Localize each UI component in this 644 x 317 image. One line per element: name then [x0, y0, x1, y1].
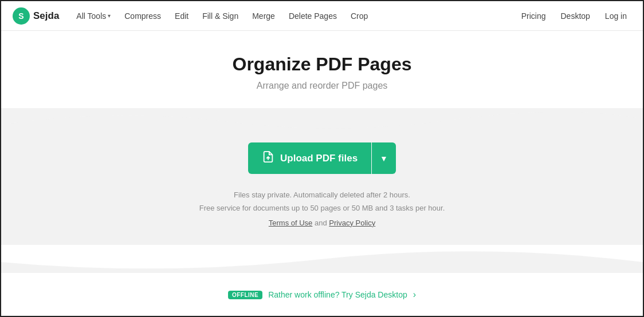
- page-subtitle: Arrange and reorder PDF pages: [13, 81, 631, 91]
- nav-desktop[interactable]: Desktop: [556, 8, 594, 24]
- upload-button-group: Upload PDF files ▼: [248, 142, 396, 174]
- chevron-down-icon: ▾: [108, 13, 111, 19]
- wave-top: [1, 108, 643, 136]
- nav-links: All Tools ▾ Compress Edit Fill & Sign Me…: [70, 8, 516, 24]
- upload-button[interactable]: Upload PDF files: [248, 142, 371, 174]
- page-title: Organize PDF Pages: [13, 54, 631, 75]
- upload-section: Upload PDF files ▼ Files stay private. A…: [1, 108, 643, 273]
- nav-delete-pages[interactable]: Delete Pages: [283, 8, 343, 24]
- nav-pricing[interactable]: Pricing: [517, 8, 551, 24]
- nav-merge[interactable]: Merge: [246, 8, 281, 24]
- chevron-down-icon: ▼: [380, 154, 388, 163]
- nav-compress[interactable]: Compress: [119, 8, 167, 24]
- nav-crop[interactable]: Crop: [345, 8, 374, 24]
- pdf-upload-icon: [262, 150, 274, 166]
- info-links: Terms of Use and Privacy Policy: [13, 219, 631, 227]
- nav-login[interactable]: Log in: [600, 8, 631, 24]
- navbar: S Sejda All Tools ▾ Compress Edit Fill &…: [1, 1, 643, 31]
- logo-link[interactable]: S Sejda: [13, 7, 59, 25]
- hero-section: Organize PDF Pages Arrange and reorder P…: [1, 31, 643, 91]
- wave-bottom: [1, 245, 643, 273]
- logo-icon: S: [13, 7, 30, 25]
- logo-text: Sejda: [33, 10, 59, 22]
- offline-banner-link[interactable]: OFFLINE Rather work offline? Try Sejda D…: [228, 290, 416, 300]
- info-text: Files stay private. Automatically delete…: [13, 188, 631, 215]
- offline-text: Rather work offline? Try Sejda Desktop: [268, 290, 407, 299]
- nav-right: Pricing Desktop Log in: [517, 8, 631, 24]
- nav-edit[interactable]: Edit: [169, 8, 194, 24]
- offline-badge: OFFLINE: [228, 291, 262, 299]
- terms-link[interactable]: Terms of Use: [269, 219, 313, 227]
- offline-section: OFFLINE Rather work offline? Try Sejda D…: [1, 273, 643, 312]
- nav-fill-sign[interactable]: Fill & Sign: [197, 8, 244, 24]
- privacy-link[interactable]: Privacy Policy: [329, 219, 375, 227]
- nav-all-tools[interactable]: All Tools ▾: [70, 8, 116, 24]
- chevron-right-icon: ›: [413, 290, 416, 300]
- upload-dropdown-button[interactable]: ▼: [372, 142, 396, 174]
